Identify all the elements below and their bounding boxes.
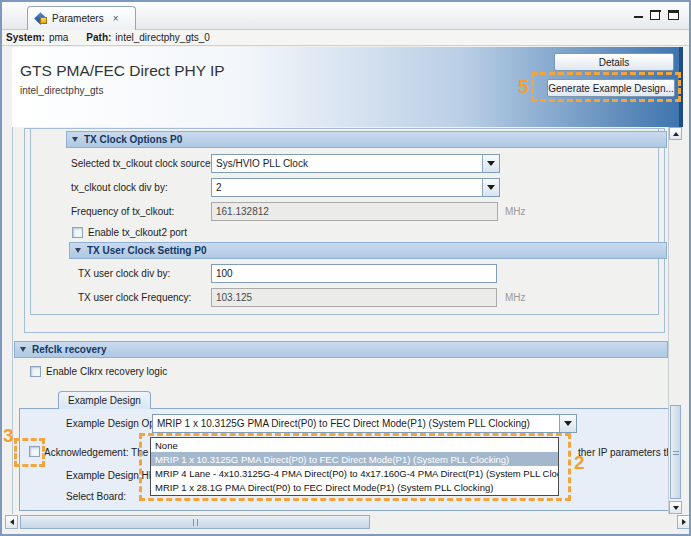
section-title: TX Clock Options P0 bbox=[84, 134, 182, 145]
window-controls bbox=[634, 10, 679, 20]
tx-clkout-freq-label: Frequency of tx_clkout: bbox=[71, 206, 174, 217]
tx-user-freq-label: TX user clock Frequency: bbox=[78, 292, 191, 303]
tx-clkout-source-dropdown[interactable]: Sys/HVIO PLL Clock bbox=[211, 154, 500, 173]
horizontal-scrollbar[interactable] bbox=[5, 515, 690, 529]
scroll-down-button[interactable] bbox=[669, 501, 682, 514]
section-refclk-recovery[interactable]: Refclk recovery bbox=[14, 341, 668, 358]
minimize-icon[interactable] bbox=[634, 11, 643, 20]
system-value: pma bbox=[49, 32, 68, 43]
dropdown-value: 2 bbox=[212, 182, 482, 193]
horizontal-scrollbar-thumb[interactable] bbox=[20, 515, 370, 529]
collapse-triangle-icon bbox=[75, 248, 81, 253]
dropdown-value: Sys/HVIO PLL Clock bbox=[212, 158, 482, 169]
generate-example-design-button[interactable]: Generate Example Design... bbox=[547, 79, 675, 97]
enable-tx-clkout2-label: Enable tx_clkout2 port bbox=[88, 227, 187, 238]
tx-clkout-div-label: tx_clkout clock div by: bbox=[71, 182, 168, 193]
list-item[interactable]: None bbox=[151, 438, 558, 452]
section-tx-clock-options[interactable]: TX Clock Options P0 bbox=[66, 131, 667, 148]
tx-user-freq-field: 103.125 bbox=[211, 288, 497, 307]
vertical-scrollbar[interactable] bbox=[668, 127, 681, 514]
acknowledgement-label-continued: ther IP parameters that bbox=[578, 447, 668, 458]
scroll-right-button[interactable] bbox=[677, 515, 690, 529]
annotation-number-3: 3 bbox=[3, 425, 14, 447]
section-title: Refclk recovery bbox=[32, 344, 107, 355]
annotation-number-2: 2 bbox=[574, 452, 585, 474]
scroll-left-button[interactable] bbox=[5, 515, 18, 529]
details-button[interactable]: Details bbox=[554, 53, 674, 71]
close-icon[interactable]: × bbox=[113, 13, 119, 24]
scroll-up-button[interactable] bbox=[669, 127, 682, 140]
tab-parameters[interactable]: Parameters × bbox=[27, 6, 136, 30]
tx-user-div-input[interactable]: 100 bbox=[211, 264, 497, 283]
instance-name: intel_directphy_gts bbox=[20, 85, 103, 96]
view-tab-bar: Parameters × bbox=[2, 2, 689, 30]
mhz-unit-label: MHz bbox=[505, 292, 526, 303]
example-design-options-list: None MRIP 1 x 10.3125G PMA Direct(P0) to… bbox=[150, 437, 559, 496]
ip-header-banner: GTS PMA/FEC Direct PHY IP intel_directph… bbox=[12, 47, 683, 127]
enable-clkrx-recovery-checkbox[interactable] bbox=[30, 366, 41, 377]
dropdown-value: MRIP 1 x 10.3125G PMA Direct(P0) to FEC … bbox=[153, 418, 559, 429]
chevron-down-icon[interactable] bbox=[559, 415, 576, 432]
collapse-triangle-icon bbox=[20, 347, 26, 352]
vertical-scrollbar-thumb[interactable] bbox=[670, 405, 681, 499]
enable-tx-clkout2-checkbox[interactable] bbox=[72, 227, 83, 238]
acknowledgement-label: Acknowledgement: The ex bbox=[44, 447, 162, 458]
readonly-value: 103.125 bbox=[212, 292, 496, 303]
parameters-window: Parameters × System: pma Path: intel_dir… bbox=[0, 0, 691, 536]
annotation-number-5: 5 bbox=[518, 76, 529, 98]
enable-clkrx-recovery-label: Enable Clkrx recovery logic bbox=[46, 366, 167, 377]
tab-label: Parameters bbox=[52, 13, 104, 24]
list-item-selected[interactable]: MRIP 1 x 10.3125G PMA Direct(P0) to FEC … bbox=[151, 452, 558, 466]
list-item[interactable]: MRIP 1 x 28.1G PMA Direct(P0) to FEC Dir… bbox=[151, 481, 558, 495]
acknowledgement-checkbox[interactable] bbox=[29, 446, 40, 457]
tab-example-design[interactable]: Example Design bbox=[58, 391, 151, 409]
collapse-triangle-icon bbox=[72, 137, 78, 142]
tx-clkout-source-label: Selected tx_clkout clock source: bbox=[71, 158, 213, 169]
section-tx-user-clock[interactable]: TX User Clock Setting P0 bbox=[69, 242, 667, 259]
list-item[interactable]: MRIP 4 Lane - 4x10.3125G-4 PMA Direct(P0… bbox=[151, 466, 558, 480]
input-value: 100 bbox=[212, 268, 496, 279]
tx-clkout-div-dropdown[interactable]: 2 bbox=[211, 178, 500, 197]
section-title: TX User Clock Setting P0 bbox=[87, 245, 206, 256]
tx-clkout-freq-field: 161.132812 bbox=[211, 202, 498, 221]
chevron-down-icon[interactable] bbox=[482, 179, 499, 196]
tab-label: Example Design bbox=[68, 395, 141, 406]
parameters-tab-icon bbox=[35, 13, 47, 25]
readonly-value: 161.132812 bbox=[212, 206, 497, 217]
path-label: Path: bbox=[86, 32, 111, 43]
system-path-bar: System: pma Path: intel_directphy_gts_0 bbox=[2, 30, 689, 46]
restore-icon[interactable] bbox=[650, 10, 661, 20]
mhz-unit-label: MHz bbox=[505, 206, 526, 217]
path-value: intel_directphy_gts_0 bbox=[115, 32, 210, 43]
example-design-options-dropdown[interactable]: MRIP 1 x 10.3125G PMA Direct(P0) to FEC … bbox=[152, 414, 577, 433]
select-board-label: Select Board: bbox=[66, 491, 126, 502]
system-label: System: bbox=[6, 32, 45, 43]
page-title: GTS PMA/FEC Direct PHY IP bbox=[20, 62, 225, 80]
maximize-icon[interactable] bbox=[668, 10, 679, 20]
chevron-down-icon[interactable] bbox=[482, 155, 499, 172]
tx-user-div-label: TX user clock div by: bbox=[78, 268, 170, 279]
